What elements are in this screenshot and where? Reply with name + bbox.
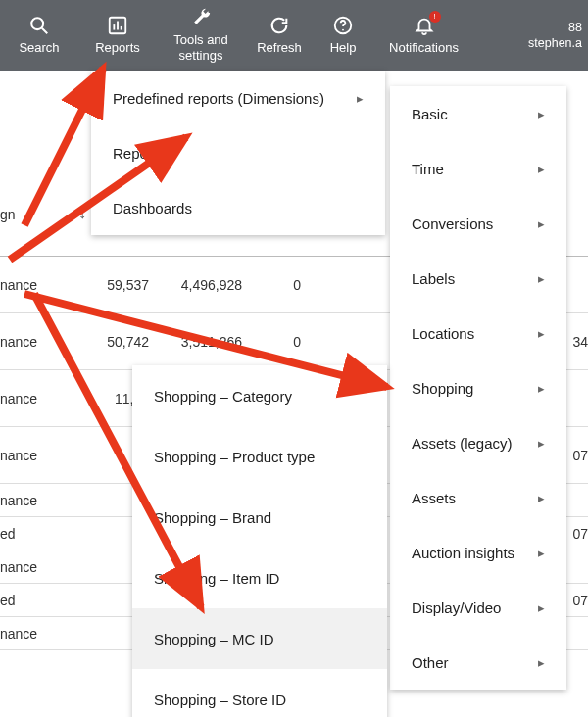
menu-locations[interactable]: Locations▸ [390,306,566,360]
menu-label: Time [412,161,444,177]
chevron-right-icon: ▸ [538,107,545,121]
cell: 0 [248,277,307,293]
column-campaign[interactable]: gn [0,207,16,222]
menu-shopping-category[interactable]: Shopping – Category [132,365,387,426]
menu-shopping-mc-id[interactable]: Shopping – MC ID [132,608,387,669]
cell-label: nance [0,493,96,508]
cell-label: nance [0,559,96,575]
account-id: 88 [528,20,582,35]
cell-label: nance [0,277,96,293]
menu-assets-legacy[interactable]: Assets (legacy)▸ [390,415,566,470]
help-icon [332,15,354,36]
chevron-right-icon: ▸ [538,162,545,176]
toolbar-help-label: Help [330,40,357,56]
menu-assets[interactable]: Assets▸ [390,470,566,525]
menu-shopping[interactable]: Shopping▸ [390,360,566,415]
toolbar-help[interactable]: Help [314,0,372,71]
menu-shopping-item-id[interactable]: Shopping – Item ID [132,548,387,608]
menu-label: Conversions [412,215,493,232]
svg-point-7 [342,29,344,31]
toolbar-notifications[interactable]: ! Notifications [372,0,475,71]
reports-icon [107,15,128,36]
menu-predefined-reports[interactable]: Predefined reports (Dimensions) ▸ [91,71,385,125]
menu-label: Basic [412,106,448,122]
menu-time[interactable]: Time▸ [390,141,566,196]
menu-label: Assets (legacy) [412,435,513,452]
menu-label: Shopping – Category [154,388,292,405]
chevron-right-icon: ▸ [538,326,545,341]
cell-label: ed [0,526,96,542]
toolbar-refresh[interactable]: Refresh [245,0,314,71]
menu-conversions[interactable]: Conversions▸ [390,196,566,251]
menu-label: Assets [412,490,456,506]
menu-reports-item[interactable]: Reports [91,125,385,180]
chevron-right-icon: ▸ [357,91,364,106]
toolbar-notifications-label: Notifications [389,40,459,56]
menu-shopping-brand[interactable]: Shopping – Brand [132,487,387,548]
menu-auction-insights[interactable]: Auction insights▸ [390,525,566,580]
toolbar-reports[interactable]: Reports [78,0,157,71]
dimensions-menu: Basic▸ Time▸ Conversions▸ Labels▸ Locati… [390,86,566,690]
bell-icon: ! [414,15,435,36]
menu-label: Auction insights [412,545,514,561]
menu-label: Shopping – Product type [154,449,315,465]
svg-line-1 [42,28,48,34]
cell: 3,511,266 [155,334,248,350]
cell-label: nance [0,626,96,642]
chevron-right-icon: ▸ [538,491,545,505]
toolbar-search-label: Search [19,40,59,56]
account-email: stephen.a [528,35,582,51]
cell-label: nance [0,334,96,350]
svg-point-0 [31,18,43,29]
refresh-icon [269,15,290,36]
cell: 0 [248,334,307,350]
menu-label: Reports [113,145,165,162]
menu-shopping-product-type[interactable]: Shopping – Product type [132,426,387,487]
menu-label: Dashboards [113,200,192,216]
menu-basic[interactable]: Basic▸ [390,86,566,141]
toolbar-tools[interactable]: Tools and settings [157,0,245,71]
menu-label: Shopping [412,380,473,397]
menu-labels[interactable]: Labels▸ [390,251,566,306]
chevron-right-icon: ▸ [538,381,545,396]
shopping-menu: Shopping – Category Shopping – Product t… [132,365,387,717]
menu-label: Predefined reports (Dimensions) [113,90,324,107]
cell: 4,496,928 [155,277,248,293]
cell: 59,537 [96,277,155,293]
search-icon [28,15,50,36]
toolbar-refresh-label: Refresh [257,40,302,56]
chevron-right-icon: ▸ [538,271,545,286]
chevron-right-icon: ▸ [538,436,545,451]
chevron-right-icon: ▸ [538,600,545,615]
wrench-icon [190,7,212,28]
cell-label: nance [0,391,96,406]
menu-label: Labels [412,270,455,287]
menu-label: Shopping – Brand [154,509,271,526]
menu-other[interactable]: Other▸ [390,635,566,690]
toolbar-tools-label: Tools and settings [157,32,245,63]
menu-label: Shopping – MC ID [154,631,274,647]
chevron-right-icon: ▸ [538,655,545,670]
menu-label: Locations [412,325,474,342]
cell-label: nance [0,448,96,463]
toolbar-reports-label: Reports [95,40,140,56]
chevron-right-icon: ▸ [538,546,545,560]
reports-menu: Predefined reports (Dimensions) ▸ Report… [91,71,385,235]
cell: 50,742 [96,334,155,350]
cell-label: ed [0,593,96,608]
chevron-right-icon: ▸ [538,216,545,231]
account-info[interactable]: 88 stephen.a [528,12,588,60]
notification-badge: ! [429,11,441,23]
menu-label: Shopping – Store ID [154,692,286,708]
menu-label: Display/Video [412,599,501,616]
sort-desc-icon[interactable]: ↓ [78,205,86,222]
menu-label: Other [412,654,449,671]
menu-display-video[interactable]: Display/Video▸ [390,580,566,635]
menu-label: Shopping – Item ID [154,570,279,587]
top-toolbar: Search Reports Tools and settings Refres… [0,0,588,71]
toolbar-search[interactable]: Search [0,0,78,71]
menu-shopping-store-id[interactable]: Shopping – Store ID [132,669,387,717]
menu-dashboards[interactable]: Dashboards [91,180,385,235]
